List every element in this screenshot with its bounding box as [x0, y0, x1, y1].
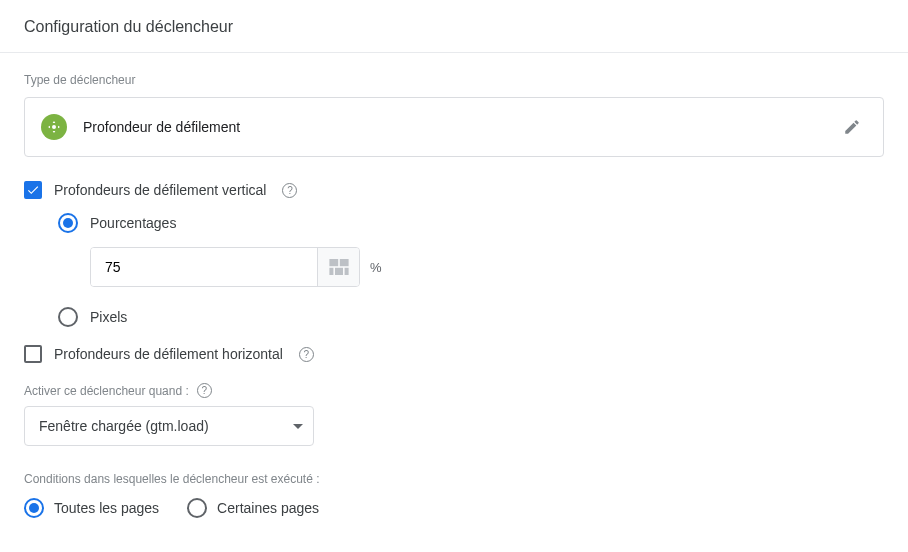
svg-rect-2: [339, 259, 348, 266]
page-header: Configuration du déclencheur: [0, 0, 908, 53]
some-pages-radio[interactable]: [187, 498, 207, 518]
conditions-options: Toutes les pages Certaines pages: [24, 498, 884, 518]
activate-label-row: Activer ce déclencheur quand : ?: [24, 383, 884, 398]
percentages-input-wrap: [90, 247, 360, 287]
percentages-input-row: %: [90, 247, 884, 287]
svg-rect-4: [335, 268, 343, 275]
conditions-label: Conditions dans lesquelles le déclencheu…: [24, 472, 884, 486]
horizontal-scroll-checkbox[interactable]: [24, 345, 42, 363]
help-icon[interactable]: ?: [197, 383, 212, 398]
trigger-type-name: Profondeur de défilement: [83, 119, 240, 135]
pencil-icon: [843, 118, 861, 136]
all-pages-label: Toutes les pages: [54, 500, 159, 516]
checkmark-icon: [26, 183, 40, 197]
scroll-depth-icon: [41, 114, 67, 140]
content-area: Type de déclencheur Profondeur de défile…: [0, 53, 908, 538]
percentages-radio[interactable]: [58, 213, 78, 233]
activate-label: Activer ce déclencheur quand :: [24, 384, 189, 398]
horizontal-scroll-label: Profondeurs de défilement horizontal: [54, 346, 283, 362]
trigger-type-selector[interactable]: Profondeur de défilement: [24, 97, 884, 157]
help-icon[interactable]: ?: [299, 347, 314, 362]
activate-selected-value: Fenêtre chargée (gtm.load): [39, 418, 209, 434]
svg-rect-1: [329, 259, 338, 266]
edit-trigger-type-button[interactable]: [837, 112, 867, 142]
activate-trigger-select[interactable]: Fenêtre chargée (gtm.load): [24, 406, 314, 446]
some-pages-option: Certaines pages: [187, 498, 319, 518]
percentages-radio-row: Pourcentages: [58, 213, 884, 233]
percent-unit: %: [370, 260, 382, 275]
percentages-input[interactable]: [91, 248, 317, 286]
trigger-type-info: Profondeur de défilement: [41, 114, 240, 140]
all-pages-option: Toutes les pages: [24, 498, 159, 518]
svg-point-0: [52, 125, 56, 129]
pixels-radio[interactable]: [58, 307, 78, 327]
pixels-radio-row: Pixels: [58, 307, 884, 327]
brick-icon: [329, 259, 349, 275]
horizontal-scroll-checkbox-row: Profondeurs de défilement horizontal ?: [24, 345, 884, 363]
svg-rect-3: [329, 268, 333, 275]
trigger-type-label: Type de déclencheur: [24, 73, 884, 87]
vertical-scroll-checkbox[interactable]: [24, 181, 42, 199]
pixels-label: Pixels: [90, 309, 127, 325]
percentages-label: Pourcentages: [90, 215, 176, 231]
some-pages-label: Certaines pages: [217, 500, 319, 516]
vertical-scroll-options: Pourcentages % Pixels: [58, 213, 884, 327]
variable-picker-button[interactable]: [317, 248, 359, 286]
page-title: Configuration du déclencheur: [24, 18, 884, 36]
vertical-scroll-checkbox-row: Profondeurs de défilement vertical ?: [24, 181, 884, 199]
help-icon[interactable]: ?: [282, 183, 297, 198]
all-pages-radio[interactable]: [24, 498, 44, 518]
vertical-scroll-label: Profondeurs de défilement vertical: [54, 182, 266, 198]
svg-rect-5: [344, 268, 348, 275]
chevron-down-icon: [293, 424, 303, 429]
